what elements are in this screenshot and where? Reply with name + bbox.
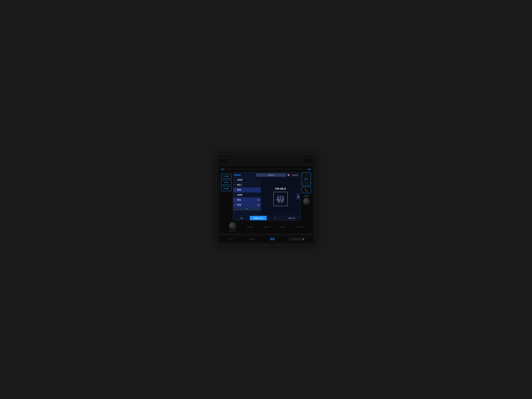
tune-scroll-label: TUNE SCROLL [302, 195, 311, 197]
station-badge-6: XM [257, 204, 260, 206]
top-vent [219, 158, 313, 163]
now-playing: FM 89.9 [261, 177, 300, 216]
cd-row: ▶II [221, 168, 311, 171]
eject-triangle-icon [222, 169, 223, 169]
eco-indicator-dot [303, 239, 304, 240]
vent-slat [228, 161, 304, 161]
eject-button[interactable] [221, 168, 224, 171]
station-freq-6: 073 [237, 204, 257, 206]
hd-radio-label: HD Radio [247, 226, 253, 228]
home-button[interactable]: HOME [221, 186, 232, 191]
volume-knob[interactable] [229, 222, 236, 229]
station-list-button[interactable]: Station List [250, 216, 267, 220]
radio-tower-box [273, 192, 288, 206]
body-row: AUDIO APPS HOME Radio Options 🔇 Source [221, 172, 311, 221]
play-pause-button[interactable]: ▶II [308, 168, 311, 171]
station-freq-1: 1010 [237, 178, 260, 181]
fan-off-button[interactable]: ⊕ OFF [248, 237, 256, 241]
eco-button[interactable]: ECO HEAT/COOL [289, 237, 305, 241]
station-num-4: 4 [234, 194, 237, 196]
eject-bar-icon [222, 170, 223, 170]
options-button[interactable]: Options [256, 173, 286, 177]
station-row-2[interactable]: 2 98.1 [233, 183, 261, 188]
main-unit: ▶II AUDIO APPS HOME Radio Options 🔇 Sour… [219, 165, 313, 234]
cd-slot [226, 169, 311, 170]
station-freq-2: 98.1 [237, 184, 260, 186]
station-freq-4: 1000 [237, 194, 260, 196]
station-row-4[interactable]: 4 1000 [233, 192, 261, 197]
very-bottom-controls: AUTO ⊕ OFF 05 ECO HEAT/COOL [219, 236, 313, 242]
audio-button[interactable]: AUDIO [221, 174, 232, 179]
station-num-6: 6 [234, 204, 237, 206]
station-freq-3: 530 [237, 189, 260, 191]
station-freq-5: 001 [237, 199, 257, 201]
station-num-5: 5 [234, 199, 237, 201]
station-row-1[interactable]: 1 1010 [233, 177, 261, 183]
auto-button[interactable]: AUTO [227, 237, 234, 241]
screen: Radio Options 🔇 Source 1 1010 2 [233, 172, 300, 221]
gracenote-label: gracenote [264, 226, 270, 228]
tag-button[interactable]: Tag [233, 216, 250, 220]
station-list: 1 1010 2 98.1 3 530 4 10 [233, 177, 261, 216]
station-row-6[interactable]: 6 073 XM [233, 203, 261, 208]
seek-forward-button[interactable]: › [302, 173, 311, 177]
station-row-3[interactable]: 3 530 [233, 188, 261, 192]
station-badge-5: XM [257, 199, 260, 201]
mute-icon: 🔇 [286, 174, 291, 176]
tune-scroll-knob[interactable] [303, 198, 310, 204]
map-card-label: MAP CARD [295, 226, 303, 228]
vent-slat [228, 162, 304, 162]
screen-header: Radio Options 🔇 Source [233, 173, 300, 177]
vent-slat [228, 159, 304, 160]
seek-track-label: SEEKTRACK [302, 177, 311, 181]
radio-tower-icon [275, 194, 286, 204]
now-playing-frequency: FM 89.9 [275, 187, 286, 190]
radio-label: Radio [234, 174, 256, 176]
station-num-3: 3 [234, 189, 237, 191]
screen-body: 1 1010 2 98.1 3 530 4 10 [233, 177, 300, 216]
temperature-display: 05 [270, 237, 275, 241]
vent-slats [228, 159, 304, 162]
xm-label: ((XM)) [281, 226, 285, 228]
pause-button[interactable]: II [267, 216, 284, 220]
bottom-labels: PWR VOL HD Radio gracenote ((XM)) MAP CA… [221, 222, 311, 232]
sound-button[interactable]: ◀ Sound [284, 216, 300, 220]
pwr-vol-label: PWR VOL [229, 230, 236, 232]
apps-button[interactable]: APPS [221, 180, 232, 185]
seek-back-button[interactable]: ‹ [302, 181, 311, 186]
station-num-1: 1 [234, 179, 237, 181]
seek-track-group: › SEEKTRACK ‹ [302, 172, 311, 186]
page-arrow-button[interactable]: ◀ [297, 194, 300, 200]
phone-button[interactable]: 📞 [302, 187, 311, 193]
station-num-2: 2 [234, 184, 237, 186]
screen-footer: Tag Station List II ◀ Sound [233, 216, 300, 220]
scroll-down-button[interactable]: ▼ [233, 208, 261, 210]
station-row-5[interactable]: 5 001 XM [233, 197, 261, 203]
source-button[interactable]: Source [291, 173, 299, 177]
right-controls: › SEEKTRACK ‹ 📞 TUNE SCROLL [302, 172, 311, 221]
left-nav: AUDIO APPS HOME [221, 172, 232, 221]
car-panel: ▶II AUDIO APPS HOME Radio Options 🔇 Sour… [216, 154, 316, 245]
